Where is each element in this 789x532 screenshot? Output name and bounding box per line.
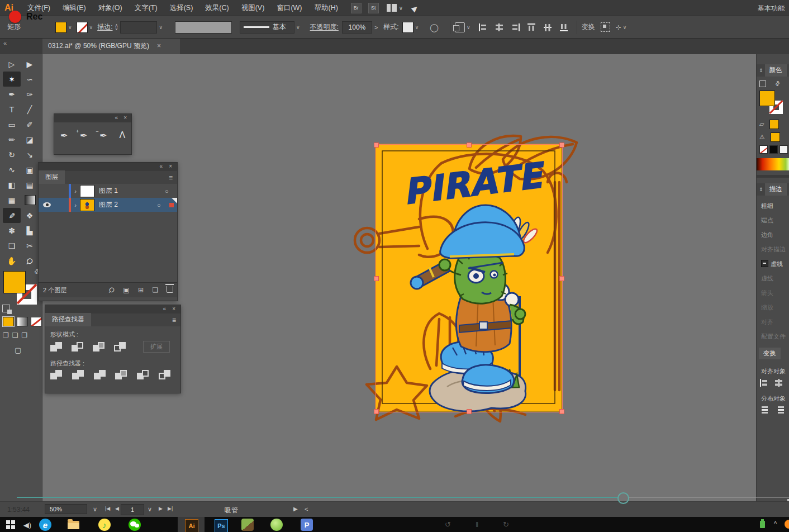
layer-row-2[interactable]: › 图层 2 ○ [39,198,177,212]
panel-menu-icon[interactable]: ≡ [169,174,173,182]
tab-transform[interactable]: 变换 [759,348,781,359]
stroke-weight-select[interactable] [120,21,157,34]
unite-icon[interactable] [50,342,64,352]
line-style-chevron-icon[interactable]: ∨ [296,25,300,30]
dashed-line-row[interactable]: 虚线 [761,260,789,268]
align-vertical-center-icon[interactable] [544,23,552,31]
tray-caret-icon[interactable]: ^ [774,520,777,527]
menu-effect[interactable]: 效果(C) [199,3,235,13]
locate-object-icon[interactable]: Ϙ [104,282,120,298]
panel-collapse-icon[interactable]: ⇕ [759,68,763,73]
minus-front-icon[interactable] [72,342,85,352]
variable-width-profile-select[interactable]: 基本 [240,21,294,34]
status-expand-icon[interactable]: < [305,506,308,512]
bridge-icon[interactable]: Br [351,3,362,13]
blend-tool[interactable]: ❖ [21,208,39,223]
recorder-progress-knob[interactable] [617,492,629,504]
status-play-icon[interactable]: ▶ [293,506,298,512]
eyedropper-tool[interactable]: ✎ [3,208,21,223]
gamut-warning-icon[interactable]: ⚠ [759,134,765,141]
recorder-progress-bar[interactable] [17,497,618,498]
align-left-icon[interactable] [760,379,768,387]
panel-menu-icon[interactable]: ≡ [172,316,176,324]
selection-handle[interactable] [467,409,472,414]
align-horizontal-center-icon[interactable] [495,23,503,31]
align-left-icon[interactable] [479,23,487,31]
fill-color-swatch[interactable] [55,22,66,33]
divide-icon[interactable] [50,370,63,380]
rectangle-tool[interactable]: ▭ [3,117,21,132]
pen-tool[interactable]: ✒ [60,130,68,141]
menu-window[interactable]: 窗口(W) [270,3,308,13]
slice-tool[interactable]: ✂ [21,238,39,253]
menu-help[interactable]: 帮助(H) [308,3,344,13]
layer-name[interactable]: 图层 1 [99,186,165,196]
layer-name[interactable]: 图层 2 [99,200,157,210]
fill-yellow-swatch[interactable] [3,271,26,293]
layer-thumbnail[interactable] [80,199,94,211]
scale-tool[interactable]: ↘ [21,147,39,162]
direct-selection-tool[interactable]: ▶ [21,56,39,72]
selection-handle[interactable] [559,142,564,148]
collapse-icon[interactable]: « [115,115,118,121]
gradient-tool[interactable] [25,195,36,205]
arrange-documents-icon[interactable] [387,4,397,12]
gradient-button[interactable] [17,317,28,326]
step-down-icon[interactable]: ∨ [115,27,118,31]
menu-type[interactable]: 文字(T) [129,3,164,13]
document-setup-globe-icon[interactable]: ◯ [430,23,439,32]
perspective-grid-tool[interactable]: ▤ [21,177,39,192]
close-tab-icon[interactable]: × [157,42,161,50]
zoom-chevron-icon[interactable]: ∨ [93,506,97,513]
add-anchor-point-tool[interactable]: ✒+ [80,130,87,141]
target-icon[interactable]: ○ [157,202,169,208]
black-swatch[interactable] [769,145,778,154]
last-artboard-icon[interactable]: ▶| [168,506,173,511]
align-bottom-icon[interactable] [560,23,568,31]
pause-icon[interactable]: ‖ [476,520,478,529]
pencil-tool[interactable]: ✏ [3,132,21,147]
lasso-tool[interactable]: ∽ [21,72,39,87]
more-options-icon[interactable]: ⊹ [616,23,621,31]
wechat-icon[interactable] [129,519,141,531]
stroke-weight-stepper[interactable]: ∧∨ [115,24,118,31]
free-transform-tool[interactable]: ▣ [21,162,39,177]
selection-tool[interactable]: ▷ [3,56,21,72]
anchor-point-tool[interactable]: Λ [119,130,125,140]
expand-icon[interactable]: › [71,202,80,208]
style-chevron-icon[interactable]: ∨ [415,25,419,30]
selection-handle[interactable] [559,276,564,281]
column-graph-tool[interactable]: ▙ [21,223,39,238]
layer-thumbnail[interactable] [80,185,94,197]
illustrator-taskbar-icon[interactable]: Ai [185,519,198,532]
distribute-vertical-icon[interactable] [761,406,769,414]
tab-layers[interactable]: 图层 [39,170,65,184]
forward-icon[interactable]: ↻ [503,520,509,529]
web-safe-swatch[interactable] [769,120,779,129]
draw-inside-icon[interactable]: ❒ [22,331,28,339]
menu-view[interactable]: 视图(V) [235,3,271,13]
green-app-icon[interactable] [270,519,283,531]
expand-button[interactable]: 扩展 [143,341,170,353]
artboard-number-field[interactable]: 1 [121,504,144,515]
pen-tool[interactable]: ✒ [3,87,21,102]
trim-icon[interactable] [72,370,85,380]
fill-chevron-icon[interactable]: ∨ [68,25,72,30]
default-swatch-icon[interactable] [759,80,766,87]
free-transform-icon[interactable] [601,22,610,32]
width-tool[interactable]: ∿ [3,162,21,177]
dashed-checkbox[interactable] [761,260,768,267]
swap-colors-icon[interactable]: ⇄ [773,79,782,88]
paintbrush-tool[interactable]: ✐ [21,117,39,132]
brush-definition-select[interactable] [175,21,232,34]
edge-browser-icon[interactable]: e [39,519,51,531]
crop-icon[interactable] [115,370,128,380]
new-sublayer-icon[interactable]: ⊞ [134,286,148,294]
start-button-icon[interactable] [4,519,17,531]
new-layer-icon[interactable]: ❏ [148,286,163,294]
delete-layer-icon[interactable] [163,286,177,294]
draw-normal-icon[interactable]: ❐ [3,331,9,339]
draw-behind-icon[interactable]: ❏ [12,331,18,339]
game-app-icon[interactable] [241,519,254,531]
docset-chevron-icon[interactable]: ∨ [467,25,470,30]
